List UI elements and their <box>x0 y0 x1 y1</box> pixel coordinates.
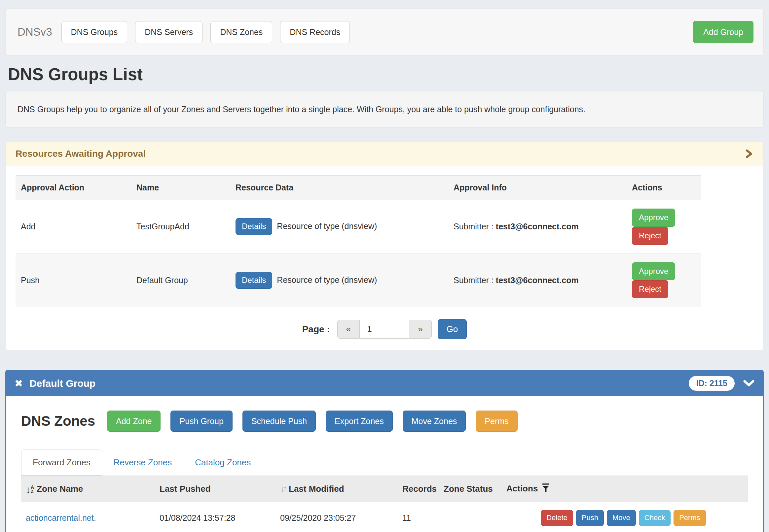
reject-button[interactable]: Reject <box>632 280 668 298</box>
app-brand: DNSv3 <box>17 26 52 38</box>
zone-rows: actioncarrental.net.01/08/2024 13:57:280… <box>21 502 748 532</box>
move-zone-button[interactable]: Move <box>607 510 636 526</box>
col-actions: Actions <box>627 176 701 200</box>
approve-button[interactable]: Approve <box>632 262 675 281</box>
page-next-button[interactable]: » <box>409 320 431 339</box>
approve-button[interactable]: Approve <box>632 209 675 227</box>
page-prev-button[interactable]: « <box>337 320 360 339</box>
approval-panel-body: Approval Action Name Resource Data Appro… <box>6 166 763 350</box>
group-panel: ✖ Default Group ID: 2115 DNS Zones Add Z… <box>5 370 764 532</box>
page-title: DNS Groups List <box>8 65 764 84</box>
page: DNSv3 DNS Groups DNS Servers DNS Zones D… <box>0 0 769 532</box>
page-number-input[interactable] <box>360 320 409 339</box>
push-group-button[interactable]: Push Group <box>170 411 232 432</box>
page-description: DNS Groups help you to organize all of y… <box>5 91 764 128</box>
schedule-push-button[interactable]: Schedule Push <box>243 411 316 432</box>
approval-action-cell: Add <box>16 200 131 254</box>
approval-name-cell: Default Group <box>131 253 230 307</box>
group-panel-body: DNS Zones Add ZonePush GroupSchedule Pus… <box>6 396 763 532</box>
col-zone-actions: Actions <box>502 476 748 502</box>
resource-data-cell: DetailsResource of type (dnsview) <box>230 253 448 307</box>
perms-zone-button[interactable]: Perms <box>674 510 706 526</box>
content: DNSv3 DNS Groups DNS Servers DNS Zones D… <box>0 0 769 532</box>
records-cell: 11 <box>398 502 439 532</box>
col-approval-action: Approval Action <box>16 176 131 200</box>
zone-status-cell <box>439 502 502 532</box>
pagination: Page : « » Go <box>16 319 753 339</box>
col-approval-info: Approval Info <box>448 176 627 200</box>
approval-info-cell: Submitter : test3@6connect.com <box>448 253 627 307</box>
last-pushed-cell: 01/08/2024 13:57:28 <box>155 502 276 532</box>
approval-panel-title: Resources Awaiting Approval <box>16 149 146 159</box>
sort-alpha-asc-icon[interactable]: ↓AZ <box>26 485 34 494</box>
col-records: Records <box>398 476 439 502</box>
nav-dns-groups-button[interactable]: DNS Groups <box>61 21 127 43</box>
submitter-email: test3@6connect.com <box>496 276 579 285</box>
tab-catalog-zones[interactable]: Catalog Zones <box>183 449 262 476</box>
approval-panel-header: Resources Awaiting Approval <box>6 142 763 166</box>
group-panel-header: ✖ Default Group ID: 2115 <box>6 371 763 396</box>
submitter-email: test3@6connect.com <box>496 222 579 231</box>
approval-table: Approval Action Name Resource Data Appro… <box>16 175 701 307</box>
zone-name-link[interactable]: actioncarrental.net. <box>26 513 96 522</box>
col-zone-status: Zone Status <box>439 476 502 502</box>
topbar: DNSv3 DNS Groups DNS Servers DNS Zones D… <box>5 9 764 55</box>
page-input-group: « » <box>337 320 432 339</box>
col-last-pushed: Last Pushed <box>155 476 276 502</box>
filter-icon[interactable] <box>542 484 550 494</box>
add-group-button[interactable]: Add Group <box>693 21 753 43</box>
zones-section-title: DNS Zones <box>21 413 95 429</box>
export-zones-button[interactable]: Export Zones <box>326 411 393 432</box>
col-last-modified[interactable]: ↓↑Last Modified <box>276 476 398 502</box>
reject-button[interactable]: Reject <box>632 227 668 245</box>
move-zones-button[interactable]: Move Zones <box>403 411 466 432</box>
submitter-label: Submitter : <box>453 222 496 231</box>
approval-name-cell: TestGroupAdd <box>131 200 230 254</box>
approval-actions-cell: ApproveReject <box>627 253 701 307</box>
approval-row: AddTestGroupAddDetailsResource of type (… <box>16 200 701 254</box>
approval-row: PushDefault GroupDetailsResource of type… <box>16 253 701 307</box>
zones-header-row: DNS Zones Add ZonePush GroupSchedule Pus… <box>21 411 748 432</box>
add-zone-button[interactable]: Add Zone <box>107 411 160 432</box>
nav-dns-servers-button[interactable]: DNS Servers <box>135 21 203 43</box>
approval-table-header-row: Approval Action Name Resource Data Appro… <box>16 176 701 200</box>
nav-dns-zones-button[interactable]: DNS Zones <box>211 21 272 43</box>
approval-rows: AddTestGroupAddDetailsResource of type (… <box>16 200 701 307</box>
resource-data-cell: DetailsResource of type (dnsview) <box>230 200 448 254</box>
submitter-label: Submitter : <box>453 276 496 285</box>
delete-zone-button[interactable]: Delete <box>541 510 573 526</box>
sort-updown-icon[interactable]: ↓↑ <box>280 483 285 494</box>
check-zone-button[interactable]: Check <box>639 510 671 526</box>
resource-data-text: Resource of type (dnsview) <box>277 275 377 284</box>
details-button[interactable]: Details <box>236 218 272 235</box>
approval-action-cell: Push <box>16 253 131 307</box>
zone-actions-cell: DeletePushMoveCheckPerms <box>502 502 748 532</box>
tab-reverse-zones[interactable]: Reverse Zones <box>102 449 183 476</box>
close-icon[interactable]: ✖ <box>15 379 23 388</box>
zones-tabs: Forward ZonesReverse ZonesCatalog Zones <box>21 449 748 476</box>
zones-toolbar: Add ZonePush GroupSchedule PushExport Zo… <box>107 411 518 432</box>
zone-name-cell: actioncarrental.net. <box>21 502 155 532</box>
col-zone-name[interactable]: ↓AZZone Name <box>21 476 155 502</box>
group-id-badge: ID: 2115 <box>689 376 735 391</box>
approval-info-cell: Submitter : test3@6connect.com <box>448 200 627 254</box>
page-go-button[interactable]: Go <box>438 319 467 339</box>
chevron-right-icon[interactable] <box>745 149 753 158</box>
perms-button[interactable]: Perms <box>476 411 517 432</box>
push-zone-button[interactable]: Push <box>576 510 604 526</box>
approval-actions-cell: ApproveReject <box>627 200 701 254</box>
resource-data-text: Resource of type (dnsview) <box>277 221 377 231</box>
group-panel-title: Default Group <box>29 378 95 389</box>
chevron-down-icon[interactable] <box>743 380 754 387</box>
col-resource-data: Resource Data <box>230 176 448 200</box>
page-label: Page : <box>302 324 330 335</box>
details-button[interactable]: Details <box>236 272 272 289</box>
zones-table: ↓AZZone Name Last Pushed ↓↑Last Modified… <box>21 476 748 532</box>
zone-row: actioncarrental.net.01/08/2024 13:57:280… <box>21 502 748 532</box>
nav-dns-records-button[interactable]: DNS Records <box>280 21 350 43</box>
approval-panel: Resources Awaiting Approval Approval Act… <box>5 142 764 350</box>
col-name: Name <box>131 176 230 200</box>
last-modified-cell: 09/25/2020 23:05:27 <box>276 502 398 532</box>
tab-forward-zones[interactable]: Forward Zones <box>21 449 102 476</box>
zones-table-header-row: ↓AZZone Name Last Pushed ↓↑Last Modified… <box>21 476 748 502</box>
